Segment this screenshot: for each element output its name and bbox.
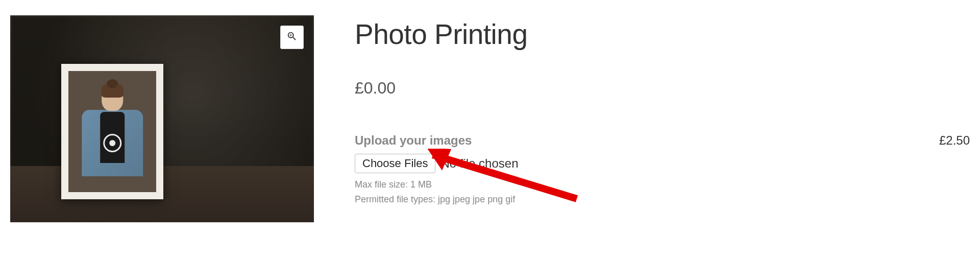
zoom-button[interactable] — [280, 26, 304, 49]
product-title: Photo Printing — [355, 18, 970, 51]
upload-label: Upload your images — [355, 133, 970, 148]
addon-price: £2.50 — [939, 133, 970, 148]
max-file-size: Max file size: 1 MB — [355, 177, 970, 192]
product-image — [10, 15, 314, 222]
product-price: £0.00 — [355, 79, 970, 98]
product-photo[interactable] — [10, 15, 314, 222]
file-chosen-status: No file chosen — [440, 156, 518, 171]
zoom-in-icon — [286, 31, 298, 44]
permitted-file-types: Permitted file types: jpg jpeg jpe png g… — [355, 192, 970, 207]
choose-files-button[interactable]: Choose Files — [355, 154, 435, 173]
